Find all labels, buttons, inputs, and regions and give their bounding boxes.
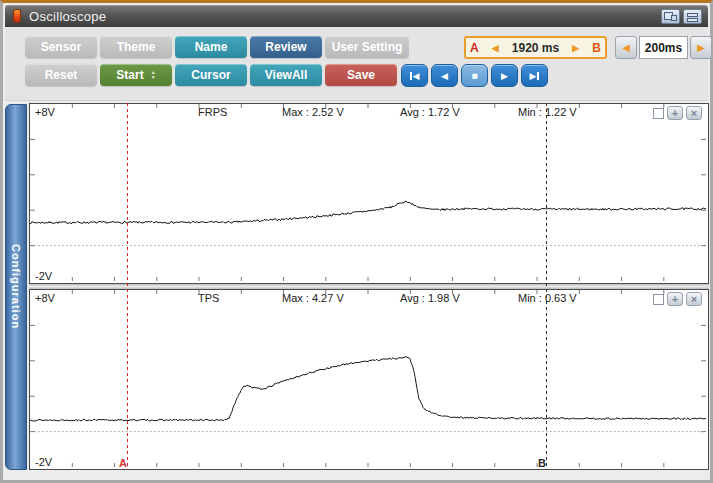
- playback-controls: ◀ ◀ ■ ▶ ▶: [401, 64, 548, 87]
- left-arrow-icon: ◀: [622, 42, 630, 53]
- cursor-button[interactable]: Cursor: [175, 64, 247, 86]
- cursor-a-tag: A: [119, 457, 127, 469]
- cursor-b-label: B: [592, 41, 601, 55]
- panel-frps: +8V FRPS Max : 2.52 V Avg : 1.72 V Min :…: [29, 103, 709, 284]
- toolbar: Sensor Theme Name Review User Setting Re…: [5, 27, 708, 101]
- interval-right-arrow-button[interactable]: ▶: [690, 36, 712, 59]
- bar-shape: [687, 18, 698, 22]
- user-setting-button[interactable]: User Setting: [325, 36, 409, 58]
- tps-zoom-plus-button[interactable]: +: [667, 292, 683, 306]
- tps-bottom-voltage-label: -2V: [35, 456, 52, 468]
- titlebar: Oscilloscope: [5, 5, 708, 27]
- cursor-b-line[interactable]: [546, 103, 547, 470]
- cursor-a-line[interactable]: [127, 103, 128, 470]
- spinner-down-icon: ▼: [151, 75, 156, 80]
- panel-tps: +8V TPS Max : 4.27 V Avg : 1.98 V Min : …: [29, 289, 709, 470]
- skip-to-start-button[interactable]: ◀: [401, 64, 428, 87]
- titlebar-buttons: [661, 9, 702, 24]
- start-button[interactable]: Start ▲ ▼: [100, 64, 172, 86]
- tps-max-stat: Max : 4.27 V: [282, 292, 344, 304]
- tps-panel-controls: + ×: [653, 292, 702, 306]
- tps-min-stat: Min : 0.63 V: [518, 292, 577, 304]
- tps-close-button[interactable]: ×: [686, 292, 702, 306]
- play-icon: ▶: [501, 71, 508, 81]
- chart-area: Configuration +8V FRPS Max : 2.52 V Avg …: [5, 103, 708, 475]
- frps-close-button[interactable]: ×: [686, 106, 702, 120]
- frps-channel-name: FRPS: [198, 106, 227, 118]
- tps-channel-name: TPS: [198, 292, 219, 304]
- tps-checkbox[interactable]: [653, 294, 664, 305]
- theme-button[interactable]: Theme: [100, 36, 172, 58]
- review-button[interactable]: Review: [250, 36, 322, 58]
- frps-bottom-voltage-label: -2V: [35, 270, 52, 282]
- stop-icon: ■: [471, 70, 477, 81]
- window-title: Oscilloscope: [29, 9, 106, 24]
- save-button[interactable]: Save: [325, 64, 397, 86]
- frps-min-stat: Min : 1.22 V: [518, 106, 577, 118]
- sensor-button[interactable]: Sensor: [25, 36, 97, 58]
- step-back-icon: ◀: [441, 71, 448, 81]
- tps-waveform: [30, 290, 708, 469]
- window-shape: [671, 15, 677, 21]
- frps-avg-stat: Avg : 1.72 V: [400, 106, 460, 118]
- frps-waveform: [30, 104, 708, 283]
- start-label: Start: [116, 68, 143, 82]
- interval-value: 200ms: [639, 36, 688, 59]
- spinner-arrows-icon: ▲ ▼: [151, 70, 156, 80]
- name-button[interactable]: Name: [175, 36, 247, 58]
- right-arrow-icon: ▶: [697, 42, 705, 53]
- frps-checkbox[interactable]: [653, 108, 664, 119]
- frps-panel-controls: + ×: [653, 106, 702, 120]
- bar-icon: [537, 72, 539, 80]
- ab-range-box: A ◀ 1920 ms ▶ B: [464, 36, 607, 59]
- ab-range-value: 1920 ms: [512, 41, 559, 55]
- tps-top-voltage-label: +8V: [35, 292, 55, 304]
- tile-windows-icon[interactable]: [661, 9, 680, 24]
- reset-button[interactable]: Reset: [25, 64, 97, 86]
- cursor-a-label: A: [470, 41, 479, 55]
- frps-top-voltage-label: +8V: [35, 106, 55, 118]
- skip-end-icon: ▶: [530, 71, 537, 81]
- ab-right-arrow-icon[interactable]: ▶: [572, 43, 579, 53]
- frps-max-stat: Max : 2.52 V: [282, 106, 344, 118]
- channel-panels: +8V FRPS Max : 2.52 V Avg : 1.72 V Min :…: [29, 103, 709, 470]
- interval-left-arrow-button[interactable]: ◀: [615, 36, 637, 59]
- thermometer-icon: [13, 9, 21, 23]
- stop-button[interactable]: ■: [461, 64, 488, 87]
- step-back-button[interactable]: ◀: [431, 64, 458, 87]
- viewall-button[interactable]: ViewAll: [250, 64, 322, 86]
- skip-start-icon: ◀: [413, 71, 420, 81]
- skip-to-end-button[interactable]: ▶: [521, 64, 548, 87]
- bar-icon: [410, 72, 412, 80]
- tps-avg-stat: Avg : 1.98 V: [400, 292, 460, 304]
- ab-left-arrow-icon[interactable]: ◀: [492, 43, 499, 53]
- bar-shape: [687, 13, 698, 17]
- frps-zoom-plus-button[interactable]: +: [667, 106, 683, 120]
- configuration-tab[interactable]: Configuration: [5, 104, 27, 470]
- interval-control: ◀ 200ms ▶: [615, 36, 712, 59]
- oscilloscope-window: Oscilloscope Sensor Theme Name Review Us…: [0, 0, 713, 483]
- cursor-b-tag: B: [538, 457, 546, 469]
- stack-windows-icon[interactable]: [683, 9, 702, 24]
- play-button[interactable]: ▶: [491, 64, 518, 87]
